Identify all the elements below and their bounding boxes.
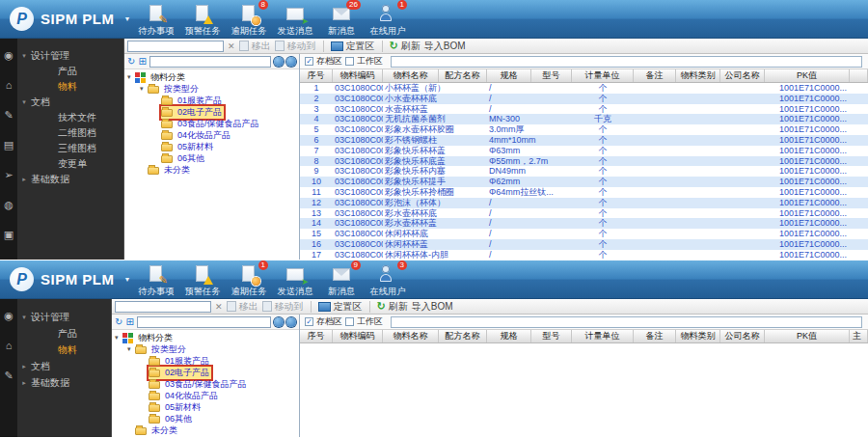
- tree-item[interactable]: 06其他: [124, 152, 299, 164]
- table-filter-input[interactable]: [391, 56, 862, 68]
- tree-item[interactable]: 04化妆品产品: [112, 390, 299, 401]
- table-column-header[interactable]: 计量单位: [572, 330, 634, 342]
- nav-item[interactable]: 待办事项: [133, 261, 179, 298]
- table-column-header[interactable]: PK值: [765, 330, 850, 342]
- nav-item[interactable]: 1 在线用户: [365, 1, 411, 38]
- tree-item[interactable]: ▾ 按类型分: [112, 343, 299, 355]
- table-column-header[interactable]: 备注: [634, 69, 676, 82]
- table-column-header[interactable]: 规格: [487, 69, 531, 82]
- locate-next-button[interactable]: [286, 317, 296, 327]
- sidebar-item[interactable]: 物料: [17, 79, 123, 95]
- table-column-header[interactable]: 备注: [634, 330, 676, 342]
- sidebar-item[interactable]: 三维图档: [17, 141, 123, 156]
- archive-checkbox[interactable]: ✓: [305, 57, 313, 66]
- table-column-header[interactable]: 计量单位: [572, 69, 634, 82]
- sidebar-item[interactable]: 产品: [17, 325, 111, 342]
- table-column-header[interactable]: 型号: [531, 69, 572, 82]
- rail-icon[interactable]: ◍: [4, 200, 14, 210]
- rail-icon[interactable]: ◉: [4, 311, 14, 321]
- refresh-button[interactable]: ↻刷新: [390, 40, 420, 53]
- refresh-button[interactable]: ↻刷新: [377, 300, 408, 314]
- rail-icon[interactable]: ⌂: [6, 341, 13, 351]
- tree-expand-all-icon[interactable]: ⊞: [125, 317, 133, 327]
- sidebar-item[interactable]: ▸ 基础数据: [17, 172, 123, 187]
- tree-item[interactable]: ▾ 物料分类: [112, 332, 299, 343]
- sidebar-item[interactable]: 产品: [17, 64, 123, 79]
- table-row[interactable]: 2 03C1080C0012 小水壶杯杯底 / 个: [300, 94, 868, 104]
- table-column-header[interactable]: 物料类别: [676, 69, 720, 82]
- tree-expand-arrow[interactable]: ▾: [127, 73, 135, 81]
- table-column-header[interactable]: 序号: [300, 330, 333, 342]
- table-column-header[interactable]: 物料名称: [383, 69, 439, 82]
- tree-item[interactable]: 06其他: [112, 413, 299, 424]
- import-bom-button[interactable]: 导入BOM: [424, 40, 466, 53]
- table-row[interactable]: 10 03C1080C0020 彩象快乐杯提手 Φ62mm 个: [300, 177, 868, 187]
- table-column-header[interactable]: PK值: [765, 69, 850, 82]
- move-to-button[interactable]: 移动到: [275, 40, 316, 53]
- fixed-area-button[interactable]: 定置区: [318, 300, 363, 314]
- locate-next-button[interactable]: [286, 57, 296, 67]
- nav-item[interactable]: 待办事项: [133, 1, 179, 38]
- tree-refresh-icon[interactable]: ↻: [127, 57, 135, 67]
- nav-item[interactable]: 26 新消息: [318, 1, 365, 38]
- table-row[interactable]: 9 03C1080C0019 彩象快乐杯内塞 DN49mm 个: [300, 166, 868, 177]
- tree-expand-all-icon[interactable]: ⊞: [138, 57, 146, 67]
- table-row[interactable]: 1 03C1080C0011 小杯杯盖（新） / 个: [300, 83, 868, 94]
- rail-icon[interactable]: ⌂: [6, 80, 13, 91]
- tree-item[interactable]: 03食品/保健食品产品: [112, 378, 299, 390]
- tree-item[interactable]: 02电子产品: [124, 106, 299, 118]
- table-column-header[interactable]: 物料名称: [383, 330, 439, 342]
- tree-item[interactable]: ▾ 按类型分: [124, 83, 299, 95]
- tree-item[interactable]: 03食品/保健食品产品: [124, 118, 299, 129]
- sidebar-item[interactable]: ▾ 设计管理: [17, 309, 111, 325]
- app-logo-menu[interactable]: P SIPM PLM ▼: [0, 267, 127, 291]
- rail-icon[interactable]: ✎: [4, 110, 13, 121]
- nav-item[interactable]: 预警任务: [179, 1, 226, 38]
- sidebar-item[interactable]: 物料: [17, 342, 111, 358]
- tree-item[interactable]: 未分类: [124, 164, 299, 176]
- table-row[interactable]: 7 03C1080C0017 彩象快乐杯杯盖 Φ63mm 个: [300, 146, 868, 156]
- locate-prev-button[interactable]: [274, 57, 284, 67]
- clear-search-icon[interactable]: ✕: [228, 41, 235, 52]
- table-row[interactable]: 12 03C1080C0023 彩泡沫（杯体） / 个: [300, 198, 868, 208]
- table-row[interactable]: 8 03C1080C0018 彩象快乐杯底盖 Φ55mm，2.7m 个: [300, 156, 868, 167]
- table-filter-input[interactable]: [391, 316, 862, 328]
- clear-search-icon[interactable]: ✕: [215, 301, 223, 313]
- table-column-header[interactable]: 配方名称: [439, 330, 487, 342]
- table-row[interactable]: 14 03C1080C0026 彩水壶杯杯盖 / 个: [300, 218, 868, 229]
- table-row[interactable]: 15 03C1080C0027 休闲杯杯底 / 个: [300, 229, 868, 239]
- table-column-header[interactable]: 物料编码: [333, 330, 383, 342]
- remove-button[interactable]: 移出: [227, 300, 258, 314]
- table-column-header[interactable]: 序号: [300, 69, 333, 82]
- tree-item[interactable]: 05新材料: [112, 401, 299, 413]
- fixed-area-button[interactable]: 定置区: [331, 40, 375, 53]
- tree-expand-arrow[interactable]: ▾: [115, 334, 122, 342]
- table-column-header[interactable]: 公司名称: [720, 330, 765, 342]
- table-column-header[interactable]: 配方名称: [439, 69, 487, 82]
- tree-item[interactable]: 04化妆品产品: [124, 129, 299, 141]
- table-column-header[interactable]: [850, 69, 868, 82]
- table-row[interactable]: 13 03C1080C0024 彩水壶杯杯底 / 个: [300, 208, 868, 219]
- table-column-header[interactable]: 物料类别: [676, 330, 720, 342]
- table-row[interactable]: 6 03C1080C0016 彩不锈钢螺柱 4mm*10mm 个: [300, 135, 868, 146]
- tree-expand-arrow[interactable]: ▾: [127, 345, 135, 353]
- tree-refresh-icon[interactable]: ↻: [115, 317, 122, 327]
- rail-icon[interactable]: ➢: [4, 170, 13, 180]
- tree-item[interactable]: 未分类: [112, 424, 299, 436]
- import-bom-button[interactable]: 导入BOM: [412, 300, 453, 314]
- table-row[interactable]: 5 03C1080C0015 彩象水壶杯杯胶圈 3.0mm厚 个: [300, 124, 868, 135]
- tree-item[interactable]: 05新材料: [124, 141, 299, 152]
- tree-item[interactable]: 01服装产品: [124, 95, 299, 106]
- remove-button[interactable]: 移出: [239, 40, 271, 53]
- table-row[interactable]: 11 03C1080C0022 彩象快乐杯拎桶圈 Φ64mm拉丝钛... 个: [300, 187, 868, 198]
- sidebar-item[interactable]: ▸ 基础数据: [17, 374, 111, 391]
- rail-icon[interactable]: ▤: [4, 140, 14, 151]
- sidebar-item[interactable]: ▾ 设计管理: [17, 48, 123, 64]
- sidebar-item[interactable]: 技术文件: [17, 110, 123, 125]
- quick-search-input[interactable]: [127, 41, 224, 52]
- table-row[interactable]: 16 03C1080C0028 休闲杯杯盖 / 个: [300, 239, 868, 250]
- nav-item[interactable]: 9 新消息: [318, 261, 365, 298]
- move-to-button[interactable]: 移动到: [262, 300, 304, 314]
- table-row[interactable]: 17 03C1080C0029 休闲杯杯体-内胆 / 个: [300, 250, 868, 260]
- table-row[interactable]: 4 03C1080C0014 无机抗菌杀菌剂 MN-300 千克: [300, 114, 868, 124]
